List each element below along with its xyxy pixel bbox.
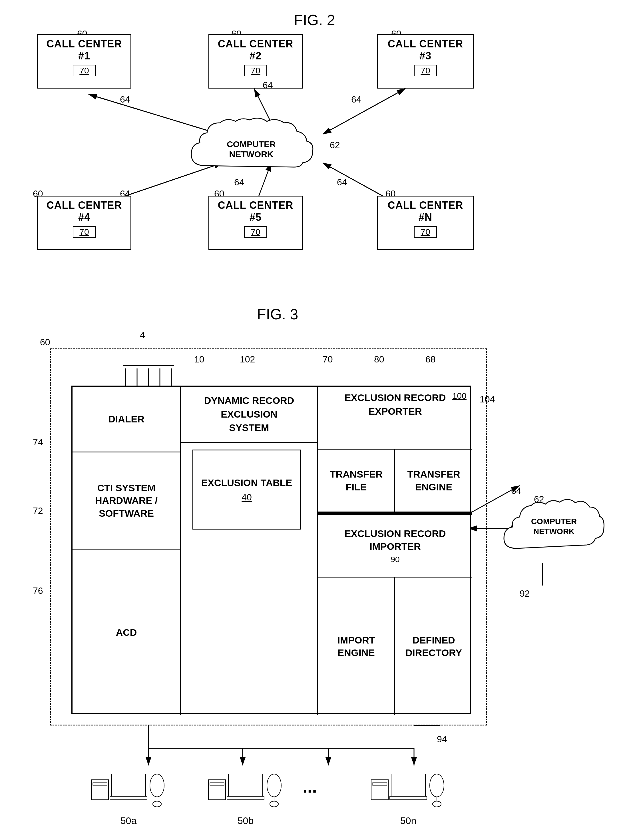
exclusion-table-label: EXCLUSION TABLE: [201, 477, 292, 489]
call-center-2-box: CALL CENTER #2 70: [208, 34, 303, 88]
svg-point-54: [153, 801, 161, 807]
ellipsis: ...: [303, 777, 317, 797]
ere-box: EXCLUSION RECORDEXPORTER 100: [318, 387, 472, 450]
ref-64-1: 64: [120, 94, 130, 105]
ccn-label: CALL CENTER #N: [378, 196, 473, 225]
fig3-title: FIG. 3: [257, 306, 298, 323]
defined-directory-label: DEFINED DIRECTORY: [405, 634, 462, 659]
svg-point-52: [150, 774, 164, 797]
ref-74: 74: [33, 437, 43, 448]
ccn-sub: 70: [414, 226, 437, 238]
ref-72: 72: [33, 505, 43, 516]
dialer-box: DIALER: [73, 387, 181, 452]
call-center-5-box: CALL CENTER #5 70: [208, 196, 303, 250]
import-engine-box: IMPORT ENGINE: [318, 578, 395, 715]
svg-point-60: [267, 774, 281, 797]
ere-label: EXCLUSION RECORDEXPORTER: [318, 387, 472, 422]
svg-text:NETWORK: NETWORK: [229, 149, 274, 159]
transfer-engine-label: TRANSFER ENGINE: [407, 468, 460, 493]
ws-50n-label: 50n: [368, 815, 448, 826]
defined-directory-box: DEFINED DIRECTORY: [395, 578, 472, 715]
eri-box: EXCLUSION RECORDIMPORTER 90: [318, 515, 472, 578]
svg-rect-58: [227, 796, 264, 800]
cc3-sub: 70: [414, 65, 437, 76]
ref-4: 4: [140, 330, 145, 341]
svg-rect-50: [110, 796, 147, 800]
svg-text:COMPUTER: COMPUTER: [227, 139, 276, 149]
call-center-4-box: CALL CENTER #4 70: [37, 196, 131, 250]
acd-label: ACD: [116, 626, 137, 639]
ref-94: 94: [437, 734, 447, 745]
cc4-sub: 70: [73, 226, 96, 238]
svg-text:NETWORK: NETWORK: [533, 527, 575, 536]
cti-label: CTI SYSTEM HARDWARE / SOFTWARE: [95, 482, 158, 519]
cc4-label: CALL CENTER #4: [38, 196, 131, 225]
eri-label: EXCLUSION RECORDIMPORTER: [344, 527, 446, 553]
cc1-label: CALL CENTER #1: [38, 35, 131, 63]
import-engine-label: IMPORT ENGINE: [337, 634, 375, 659]
svg-text:COMPUTER: COMPUTER: [531, 517, 577, 526]
ref-68: 68: [426, 354, 436, 365]
svg-line-8: [323, 88, 405, 134]
cc1-sub: 70: [73, 65, 96, 76]
cc3-label: CALL CENTER #3: [378, 35, 473, 63]
svg-point-70: [433, 801, 441, 807]
acd-box: ACD: [73, 549, 181, 715]
computer-network-fig3: COMPUTER NETWORK: [500, 491, 608, 571]
call-center-1-box: CALL CENTER #1 70: [37, 34, 131, 88]
separator-line: [318, 512, 472, 515]
ref-10: 10: [194, 354, 205, 365]
svg-line-7: [323, 88, 405, 134]
svg-point-62: [270, 801, 278, 807]
ref-104: 104: [480, 394, 495, 405]
exclusion-table-ref: 40: [241, 492, 252, 503]
svg-rect-66: [390, 796, 427, 800]
ref-62-fig2: 62: [330, 140, 340, 150]
cc5-sub: 70: [244, 226, 267, 238]
exclusion-table-box: EXCLUSION TABLE 40: [192, 450, 301, 529]
ref-76: 76: [33, 586, 43, 596]
transfer-file-box: TRANSFER FILE: [318, 450, 395, 512]
computer-network-cloud: COMPUTER NETWORK: [183, 114, 320, 186]
call-center-3-box: CALL CENTER #3 70: [377, 34, 474, 88]
cti-box: CTI SYSTEM HARDWARE / SOFTWARE: [73, 452, 181, 549]
transfer-engine-box: TRANSFER ENGINE: [395, 450, 472, 512]
workstation-50a: 50a: [88, 757, 169, 826]
ref-70: 70: [323, 354, 333, 365]
ere-ref: 100: [452, 391, 467, 401]
call-center-n-box: CALL CENTER #N 70: [377, 196, 474, 250]
ref-64-6: 64: [337, 177, 347, 188]
svg-rect-57: [229, 774, 263, 797]
svg-rect-65: [391, 774, 426, 797]
cc5-label: CALL CENTER #5: [209, 196, 302, 225]
dres-label: DYNAMIC RECORDEXCLUSIONSYSTEM: [181, 387, 317, 443]
transfer-file-label: TRANSFER FILE: [330, 468, 383, 493]
workstation-50n: 50n: [368, 757, 448, 826]
ref-60-fig3: 60: [40, 337, 50, 347]
svg-point-68: [430, 774, 444, 797]
svg-rect-49: [111, 774, 146, 797]
cc2-sub: 70: [244, 65, 267, 76]
ws-50a-label: 50a: [88, 815, 169, 826]
ref-62-fig3: 62: [534, 494, 544, 505]
dres-box: DYNAMIC RECORDEXCLUSIONSYSTEM EXCLUSION …: [181, 387, 318, 715]
inner-solid-box: DIALER CTI SYSTEM HARDWARE / SOFTWARE AC…: [71, 385, 471, 714]
eri-content: EXCLUSION RECORDIMPORTER 90: [344, 527, 446, 564]
ref-102: 102: [240, 354, 255, 365]
eri-ref: 90: [344, 555, 446, 564]
workstation-50b: 50b: [206, 757, 285, 826]
ref-80: 80: [374, 354, 384, 365]
cc2-label: CALL CENTER #2: [209, 35, 302, 63]
ref-92: 92: [520, 588, 530, 599]
ws-50b-label: 50b: [206, 815, 285, 826]
ref-64-3: 64: [351, 94, 361, 105]
fig2-title: FIG. 2: [294, 11, 335, 28]
dialer-label: DIALER: [108, 413, 145, 425]
ref-64-fig3: 64: [511, 486, 521, 496]
ref-64-2: 64: [263, 80, 273, 90]
